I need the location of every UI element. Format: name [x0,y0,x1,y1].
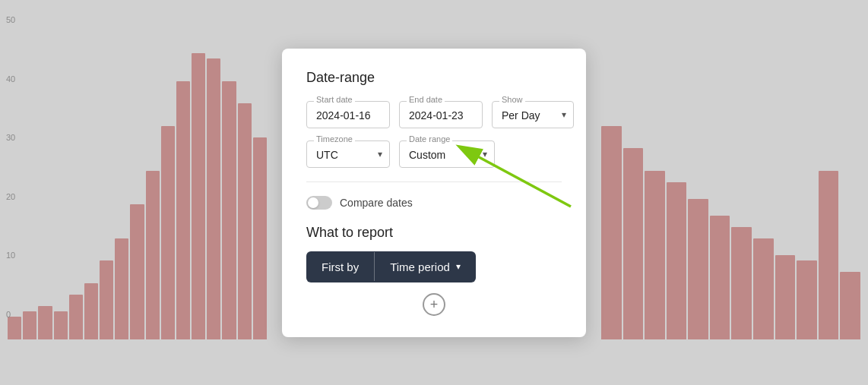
date-range-title: Date-range [306,70,562,86]
modal-overlay: Date-range Start date 2024-01-16 End dat… [0,0,868,385]
report-button: First by Time period ▾ [306,251,476,282]
compare-dates-row: Compare dates [306,196,562,210]
start-date-group: Start date 2024-01-16 [306,101,390,128]
timezone-label: Timezone [314,134,355,144]
show-group: Show Per Day Per Hour Per Week [492,101,574,128]
start-date-input[interactable]: 2024-01-16 [306,101,390,128]
timezone-group: Timezone UTC EST PST [306,140,390,168]
add-button[interactable]: + [423,293,445,316]
what-to-report-section: What to report First by Time period ▾ + [306,225,562,316]
date-range-select[interactable]: Custom Last 7 days Last 30 days [399,140,495,168]
show-select-wrapper: Per Day Per Hour Per Week [492,101,574,128]
chevron-down-icon: ▾ [456,261,461,272]
what-to-report-title: What to report [306,225,562,241]
divider [306,181,562,182]
compare-dates-toggle[interactable] [306,196,332,210]
first-by-button[interactable]: First by [306,251,374,282]
show-label: Show [499,95,525,104]
date-range-inner-label: Date range [407,134,452,144]
date-range-group: Date range Custom Last 7 days Last 30 da… [399,140,495,168]
add-button-row: + [306,293,562,316]
timezone-select[interactable]: UTC EST PST [306,140,390,168]
timezone-select-wrapper: UTC EST PST [306,140,390,168]
start-date-label: Start date [314,95,355,104]
report-button-row: First by Time period ▾ [306,251,562,282]
end-date-input[interactable]: 2024-01-23 [399,101,483,128]
show-select[interactable]: Per Day Per Hour Per Week [492,101,574,128]
end-date-label: End date [407,95,445,104]
end-date-group: End date 2024-01-23 [399,101,483,128]
date-range-panel: Date-range Start date 2024-01-16 End dat… [282,49,586,337]
compare-dates-label: Compare dates [340,197,413,209]
bottom-fields-row: Timezone UTC EST PST Date range Custom L… [306,140,562,168]
date-range-select-wrapper: Custom Last 7 days Last 30 days [399,140,495,168]
top-fields-row: Start date 2024-01-16 End date 2024-01-2… [306,101,562,128]
time-period-button[interactable]: Time period ▾ [375,251,476,282]
